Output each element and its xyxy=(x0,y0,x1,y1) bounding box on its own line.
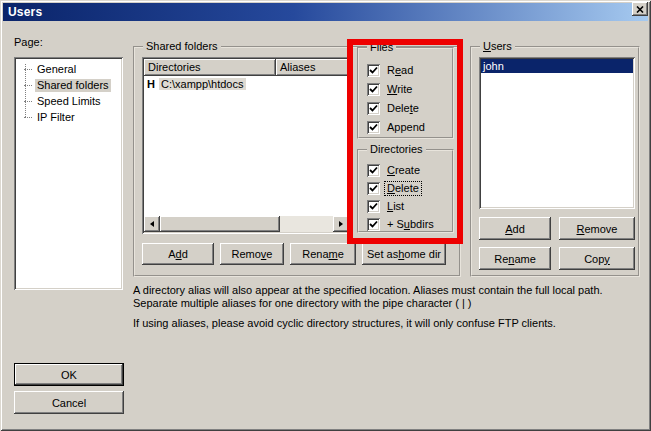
sidebar-item-speed-limits[interactable]: Speed Limits xyxy=(16,93,121,109)
user-add-button[interactable]: Add xyxy=(479,217,551,240)
user-remove-button[interactable]: Remove xyxy=(559,217,635,240)
cyclic-note: If using aliases, please avoid cyclic di… xyxy=(133,317,633,330)
checkbox-label: Append xyxy=(385,121,427,134)
ok-button[interactable]: OK xyxy=(14,363,124,386)
shared-folders-group-title: Shared folders xyxy=(143,40,221,53)
users-group: Users john Add Remove Rename Copy xyxy=(470,46,640,277)
help-notes: A directory alias will also appear at th… xyxy=(133,284,633,330)
column-header-aliases[interactable]: Aliases xyxy=(276,59,349,76)
window-title: Users xyxy=(8,5,42,19)
checked-checkbox-icon xyxy=(367,64,380,77)
checkbox-label: List xyxy=(385,200,406,213)
scrollbar-thumb[interactable] xyxy=(160,216,280,232)
set-as-home-dir-button[interactable]: Set as home dir xyxy=(362,243,446,265)
user-rename-button[interactable]: Rename xyxy=(479,247,551,270)
page-tree[interactable]: General Shared folders Speed Limits IP F… xyxy=(14,57,123,290)
checked-checkbox-icon xyxy=(367,83,380,96)
shared-add-button[interactable]: Add xyxy=(142,243,214,265)
sidebar-item-label: General xyxy=(35,63,78,76)
shared-folders-list[interactable]: Directories Aliases H C:\xampp\htdocs xyxy=(142,57,351,234)
tree-branch-icon xyxy=(24,101,32,102)
shared-remove-button[interactable]: Remove xyxy=(220,243,284,265)
table-row[interactable]: H C:\xampp\htdocs xyxy=(144,76,349,92)
sidebar-item-label: Shared folders xyxy=(35,79,111,92)
checkbox-dirs-subdirs[interactable]: + Subdirs xyxy=(367,217,436,231)
checkbox-label: Read xyxy=(385,64,415,77)
shared-rename-button[interactable]: Rename xyxy=(290,243,356,265)
users-list[interactable]: john xyxy=(479,57,635,209)
checked-checkbox-icon xyxy=(367,121,380,134)
column-header-directories[interactable]: Directories xyxy=(144,59,276,76)
checkbox-dirs-create[interactable]: Create xyxy=(367,163,422,177)
checked-checkbox-icon xyxy=(367,200,380,213)
list-header: Directories Aliases xyxy=(144,59,349,76)
sidebar-item-ip-filter[interactable]: IP Filter xyxy=(16,109,121,125)
horizontal-scrollbar[interactable] xyxy=(144,216,349,232)
checkbox-label: Create xyxy=(385,164,422,177)
checkbox-dirs-delete[interactable]: Delete xyxy=(367,181,421,195)
checkbox-label-focused: Delete xyxy=(385,182,421,195)
user-copy-button[interactable]: Copy xyxy=(559,247,635,270)
checkbox-label: Write xyxy=(385,83,414,96)
page-label: Page: xyxy=(14,36,43,48)
checkbox-files-append[interactable]: Append xyxy=(367,120,427,134)
sidebar-item-shared-folders[interactable]: Shared folders xyxy=(16,77,121,93)
checkbox-files-read[interactable]: Read xyxy=(367,63,415,77)
arrow-right-icon xyxy=(339,221,343,227)
directories-group-title: Directories xyxy=(367,143,426,156)
checked-checkbox-icon xyxy=(367,218,380,231)
close-button[interactable] xyxy=(632,2,648,16)
checked-checkbox-icon xyxy=(367,102,380,115)
arrow-left-icon xyxy=(150,221,154,227)
sidebar-item-general[interactable]: General xyxy=(16,61,121,77)
checkbox-label: + Subdirs xyxy=(385,218,436,231)
checkbox-files-delete[interactable]: Delete xyxy=(367,101,421,115)
checkbox-files-write[interactable]: Write xyxy=(367,82,414,96)
cancel-button[interactable]: Cancel xyxy=(14,391,124,414)
users-group-title: Users xyxy=(480,40,515,53)
tree-branch-icon xyxy=(24,85,32,86)
checkbox-dirs-list[interactable]: List xyxy=(367,199,406,213)
scroll-right-button[interactable] xyxy=(333,216,349,232)
files-group-title: Files xyxy=(367,41,396,54)
sidebar-item-label: IP Filter xyxy=(35,111,77,124)
users-dialog: Users Page: General Shared folders Speed… xyxy=(0,0,651,431)
checkbox-label: Delete xyxy=(385,102,421,115)
checked-checkbox-icon xyxy=(367,164,380,177)
checked-checkbox-icon xyxy=(367,182,380,195)
list-item-user-john[interactable]: john xyxy=(481,59,633,73)
titlebar[interactable]: Users xyxy=(3,3,648,21)
sidebar-item-label: Speed Limits xyxy=(35,95,103,108)
close-icon xyxy=(636,6,644,13)
alias-note: A directory alias will also appear at th… xyxy=(133,284,633,310)
home-directory-marker: H xyxy=(147,78,155,90)
tree-branch-icon xyxy=(24,69,32,70)
tree-branch-icon xyxy=(24,117,32,118)
scroll-left-button[interactable] xyxy=(144,216,160,232)
directory-path: C:\xampp\htdocs xyxy=(159,78,246,90)
